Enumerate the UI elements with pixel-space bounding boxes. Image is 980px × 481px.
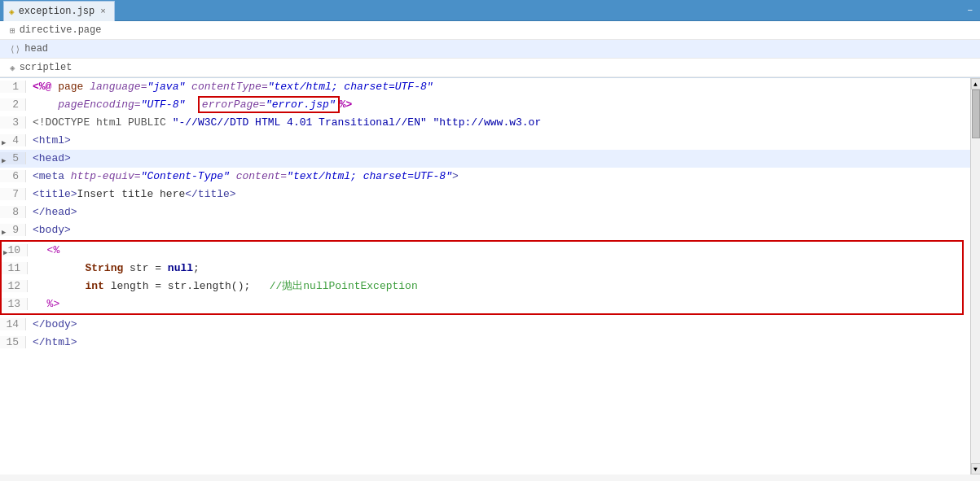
- scroll-up-button[interactable]: ▲: [971, 78, 981, 90]
- outline-scriptlet[interactable]: ◈ scriptlet: [0, 59, 980, 77]
- minimize-button[interactable]: −: [963, 4, 977, 17]
- head-icon: ⟨⟩: [10, 44, 20, 55]
- line-num-5: ▶5: [0, 152, 26, 164]
- outline-scriptlet-label: scriptlet: [20, 62, 73, 73]
- line-1: 1 <%@ page language="java" contentType="…: [0, 78, 970, 96]
- editor[interactable]: 1 <%@ page language="java" contentType="…: [0, 78, 980, 474]
- window-controls: −: [963, 0, 980, 20]
- line-num-2: 2: [0, 98, 26, 111]
- tab-bar: ◈ exception.jsp × −: [0, 0, 980, 21]
- line-content-3: <!DOCTYPE html PUBLIC "-//W3C//DTD HTML …: [26, 114, 541, 132]
- line-content-1: <%@ page language="java" contentType="te…: [26, 78, 433, 96]
- line-num-14: 14: [0, 318, 26, 330]
- line-num-15: 15: [0, 336, 26, 348]
- line-num-3: 3: [0, 116, 26, 129]
- line-7: 7 <title>Insert title here</title>: [0, 186, 970, 203]
- tab-close-button[interactable]: ×: [99, 7, 108, 16]
- line-content-5: <head>: [26, 150, 71, 168]
- line-num-9: ▶9: [0, 224, 26, 236]
- outline-directive[interactable]: ⊞ directive.page: [0, 21, 980, 40]
- line-num-1: 1: [0, 81, 26, 93]
- line-6: 6 <meta http-equiv="Content-Type" conten…: [0, 168, 970, 186]
- tab-label: exception.jsp: [19, 6, 95, 17]
- line-content-15: </html>: [26, 334, 77, 352]
- line-num-12: 12: [2, 280, 28, 292]
- line-num-10: ▶10: [2, 244, 28, 256]
- line-num-4: ▶4: [0, 134, 26, 146]
- line-content-7: <title>Insert title here</title>: [26, 186, 236, 203]
- line-num-7: 7: [0, 188, 26, 200]
- line-3: 3 <!DOCTYPE html PUBLIC "-//W3C//DTD HTM…: [0, 114, 970, 132]
- scriptlet-red-box: ▶10 <% 11 String str = null; 12 int leng…: [0, 240, 964, 315]
- line-12: 12 int length = str.length(); //抛出nullPo…: [2, 278, 962, 295]
- line-content-2: pageEncoding="UTF-8" errorPage="error.js…: [26, 96, 352, 114]
- line-11: 11 String str = null;: [2, 260, 962, 278]
- line-content-14: </body>: [26, 316, 77, 334]
- line-2: 2 pageEncoding="UTF-8" errorPage="error.…: [0, 96, 970, 114]
- directive-icon: ⊞: [10, 25, 15, 36]
- tab-exception-jsp[interactable]: ◈ exception.jsp ×: [3, 1, 115, 21]
- line-num-6: 6: [0, 170, 26, 182]
- scroll-down-button[interactable]: ▼: [971, 463, 981, 474]
- editor-wrapper: 1 <%@ page language="java" contentType="…: [0, 78, 980, 474]
- line-content-8: </head>: [26, 203, 77, 221]
- vertical-scrollbar[interactable]: ▲ ▼: [970, 78, 980, 474]
- line-4: ▶4 <html>: [0, 132, 970, 150]
- line-content-6: <meta http-equiv="Content-Type" content=…: [26, 168, 459, 186]
- scroll-thumb[interactable]: [972, 90, 980, 138]
- line-content-4: <html>: [26, 132, 71, 150]
- line-num-13: 13: [2, 298, 28, 310]
- line-content-12: int length = str.length(); //抛出nullPoint…: [28, 278, 418, 295]
- outline-head-label: head: [24, 43, 48, 55]
- line-content-9: <body>: [26, 221, 71, 239]
- line-content-13: %>: [28, 295, 59, 313]
- outline-head[interactable]: ⟨⟩ head: [0, 40, 980, 59]
- line-5: ▶5 <head>: [0, 150, 970, 168]
- line-num-11: 11: [2, 262, 28, 274]
- line-15: 15 </html>: [0, 334, 970, 352]
- line-num-8: 8: [0, 206, 26, 218]
- line-content-11: String str = null;: [28, 260, 200, 278]
- outline-panel: ⊞ directive.page ⟨⟩ head ◈ scriptlet: [0, 21, 980, 78]
- scriptlet-icon: ◈: [10, 63, 15, 73]
- line-content-10: <%: [28, 242, 59, 260]
- line-13: 13 %>: [2, 295, 962, 313]
- tab-file-icon: ◈: [9, 7, 15, 17]
- line-8: 8 </head>: [0, 203, 970, 221]
- line-9: ▶9 <body>: [0, 221, 970, 239]
- outline-directive-label: directive.page: [20, 24, 102, 36]
- line-14: 14 </body>: [0, 316, 970, 334]
- main-container: ◈ exception.jsp × − ⊞ directive.page ⟨⟩ …: [0, 0, 980, 481]
- line-10: ▶10 <%: [2, 242, 962, 260]
